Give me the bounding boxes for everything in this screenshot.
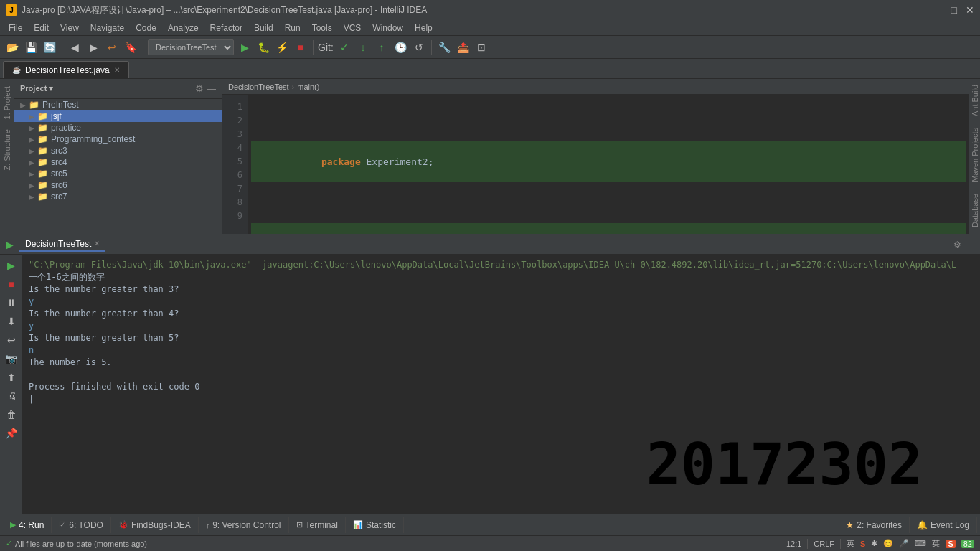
maven-projects-panel-label[interactable]: Maven Projects [969,122,980,188]
run-output[interactable]: "C:\Program Files\Java\jdk-10\bin\java.e… [23,255,980,514]
run-content: ▶ ■ ⏸ ⬇ ↩ 📷 ⬆ 🖨 🗑 📌 "C:\Program Files\Ja… [0,255,980,514]
terminal-button[interactable]: ⊡ [473,39,489,55]
bottom-tab-run[interactable]: ▶ 4: Run [3,517,52,533]
menu-help[interactable]: Help [409,22,438,34]
event-log-panel[interactable]: 🔔 Event Log [910,517,977,533]
menu-navigate[interactable]: Navigate [85,22,130,34]
wrap-button[interactable]: ↩ [4,332,19,348]
bottom-tab-version-control[interactable]: ↑ 9: Version Control [199,517,289,533]
run-config-dropdown[interactable]: DecisionTreeTest [148,39,234,55]
run-cursor: | [29,393,974,405]
share-button[interactable]: 📤 [455,39,471,55]
sync-button[interactable]: 🔄 [42,39,57,55]
bottom-tab-findbugs[interactable]: 🐞 FindBugs-IDEA [111,517,199,533]
run-button[interactable]: ▶ [237,39,253,55]
menu-vcs[interactable]: VCS [338,22,367,34]
run-tab-decisiontreetest[interactable]: DecisionTreeTest ✕ [19,237,105,252]
tree-item-jsjf[interactable]: ▶ 📁 jsjf [14,110,222,122]
menu-view[interactable]: View [55,22,85,34]
sidebar-header: Project ▾ ⚙ — [14,79,222,99]
git-history-button[interactable]: 🕒 [392,39,408,55]
debug-button[interactable]: 🐛 [255,39,271,55]
print-button[interactable]: 🖨 [4,388,19,404]
menu-tools[interactable]: Tools [306,22,338,34]
minimize-button[interactable]: — [933,4,943,16]
editor-tab-decisiontreetest[interactable]: ☕ DecisionTreeTest.java ✕ [3,61,129,78]
run-minimize-icon[interactable]: — [966,240,974,250]
project-tree: ▶ 📁 PreInTest ▶ 📁 jsjf ▶ 📁 practice [14,99,222,234]
bookmark-button[interactable]: 🔖 [123,39,138,55]
menu-run[interactable]: Run [279,22,306,34]
clear-button[interactable]: 🗑 [4,407,19,423]
code-lines[interactable]: package Experiment2; import java.io.File… [248,95,969,234]
bottom-tab-todo[interactable]: ☑ 6: TODO [52,517,111,533]
menu-window[interactable]: Window [367,22,409,34]
menu-file[interactable]: File [3,22,28,34]
open-file-button[interactable]: 📂 [4,39,20,55]
menu-analyze[interactable]: Analyze [162,22,204,34]
undo-navigate-button[interactable]: ↩ [104,39,120,55]
pin-button[interactable]: 📌 [4,425,19,441]
stop-run-button[interactable]: ■ [4,276,19,292]
scroll-down-button[interactable]: ⬇ [4,314,19,329]
menu-code[interactable]: Code [130,22,162,34]
run-icon: ▶ [6,239,14,250]
bottom-tab-statistic[interactable]: 📊 Statistic [346,517,404,533]
close-button[interactable]: ✕ [966,4,974,16]
status-sep [807,539,808,549]
bottom-tab-terminal[interactable]: ⊡ Terminal [289,517,346,533]
database-panel-label[interactable]: Database [969,188,980,233]
menu-edit[interactable]: Edit [28,22,55,34]
menu-build[interactable]: Build [248,22,279,34]
back-button[interactable]: ◀ [67,39,83,55]
emoji-icon: 😊 [883,539,893,548]
tree-item-src5[interactable]: ▶ 📁 src5 [14,168,222,179]
code-editor[interactable]: DecisionTreeTest › main() 1 2 3 4 5 6 7 … [222,79,969,234]
run-tab-close[interactable]: ✕ [94,240,100,248]
tree-item-src3[interactable]: ▶ 📁 src3 [14,145,222,156]
menu-refactor[interactable]: Refactor [204,22,248,34]
folder-icon: 📁 [37,146,48,156]
tree-item-programming-contest[interactable]: ▶ 📁 Programming_contest [14,133,222,145]
settings-button[interactable]: 🔧 [436,39,452,55]
run-again-button[interactable]: ▶ [4,258,19,273]
tree-item-src6[interactable]: ▶ 📁 src6 [14,179,222,191]
ant-build-panel-label[interactable]: Ant Build [969,79,980,122]
tab-close-button[interactable]: ✕ [114,66,120,74]
title-controls[interactable]: — □ ✕ [933,4,974,16]
tree-item-src4[interactable]: ▶ 📁 src4 [14,156,222,168]
git-revert-button[interactable]: ↺ [411,39,427,55]
tree-item-src7[interactable]: ▶ 📁 src7 [14,191,222,202]
tree-item-preintest[interactable]: ▶ 📁 PreInTest [14,99,222,110]
pause-run-button[interactable]: ⏸ [4,295,19,311]
forward-button[interactable]: ▶ [85,39,101,55]
code-line-1: package Experiment2; [251,141,966,182]
favorites-panel[interactable]: ★ 2: Favorites [839,517,910,533]
tree-label: src6 [51,180,67,190]
sidebar-settings-icon[interactable]: ⚙ [195,83,204,94]
lang-abbrev: 英 [932,538,940,549]
tree-arrow: ▶ [29,113,36,121]
favorites-text: 2: Favorites [857,520,902,530]
run-output-line-cmd: "C:\Program Files\Java\jdk-10\bin\java.e… [29,259,974,271]
git-status-item: ✓ All files are up-to-date (moments ago) [0,539,153,548]
tree-label: src3 [51,146,67,156]
stop-button[interactable]: ■ [293,39,308,55]
run-with-coverage-button[interactable]: ⚡ [274,39,290,55]
git-check-button[interactable]: ✓ [336,39,352,55]
scroll-up-button[interactable]: ⬆ [4,369,19,385]
maximize-button[interactable]: □ [951,4,957,16]
tree-item-practice[interactable]: ▶ 📁 practice [14,122,222,133]
screenshot-button[interactable]: 📷 [4,351,19,367]
code-content[interactable]: 1 2 3 4 5 6 7 8 9 package Experiment2; [222,95,969,234]
project-panel-label[interactable]: 1: Project [1,82,13,123]
git-update-button[interactable]: ↓ [355,39,371,55]
vc-tab-icon: ↑ [206,521,210,529]
special-chars-icon: ✱ [871,539,877,548]
run-output-line-chinese: 一个1-6之间的数字 [29,271,974,283]
structure-panel-label[interactable]: Z: Structure [1,125,13,174]
save-button[interactable]: 💾 [23,39,39,55]
run-settings-icon[interactable]: ⚙ [953,240,961,250]
sidebar-collapse-icon[interactable]: — [207,83,216,94]
git-push-button[interactable]: ↑ [374,39,390,55]
